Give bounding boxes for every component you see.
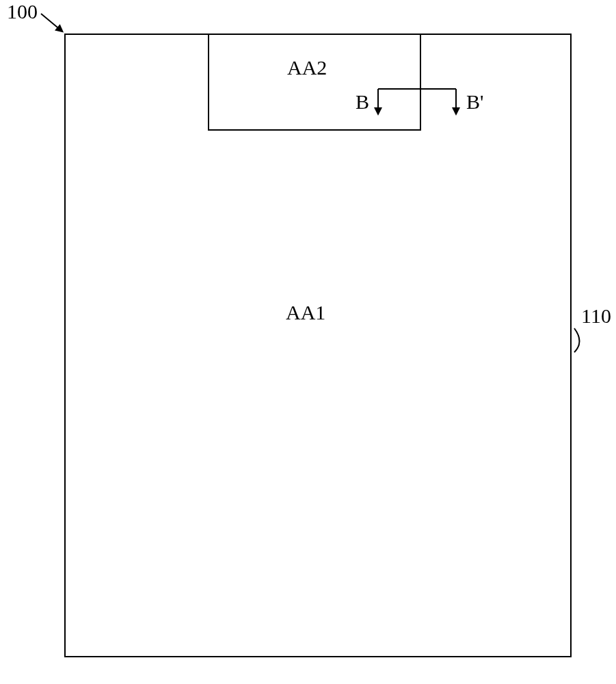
ref-100-arrow	[41, 14, 62, 31]
diagram-svg	[0, 0, 616, 684]
area-aa1-label: AA1	[286, 301, 325, 324]
diagram-canvas: 100 110 AA1 AA2 B B'	[0, 0, 616, 684]
ref-100-label: 100	[7, 0, 38, 23]
point-b-label: B	[356, 90, 369, 114]
point-b-prime-label: B'	[466, 90, 483, 114]
area-aa2-label: AA2	[287, 56, 327, 79]
outer-rect	[65, 34, 571, 657]
ref-110-label: 110	[581, 304, 611, 328]
ref-110-leader	[574, 328, 580, 352]
inner-rect-aa2	[209, 34, 420, 130]
